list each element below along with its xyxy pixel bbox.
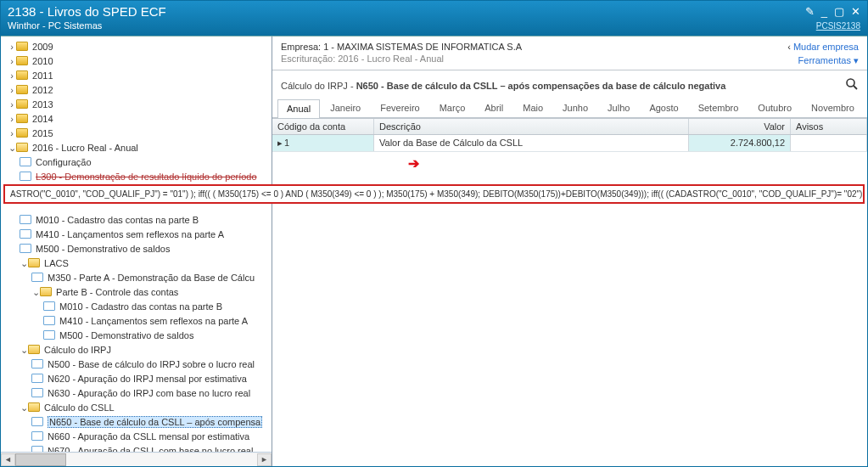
file-icon — [20, 157, 31, 166]
mudar-empresa-link[interactable]: Mudar empresa — [793, 42, 859, 52]
file-icon — [43, 330, 55, 340]
grid-header: Código da conta Descrição Valor Avisos — [272, 119, 867, 135]
pcsis-link[interactable]: PCSIS2138 — [816, 21, 860, 31]
folder-open-icon — [28, 345, 40, 354]
tab-out[interactable]: Outubro — [748, 98, 801, 117]
tree-item-lacs[interactable]: LACS — [44, 258, 69, 268]
scroll-track[interactable] — [15, 453, 257, 466]
tree-item-m500[interactable]: M500 - Demonstrativo de saldos — [36, 244, 170, 254]
file-icon — [20, 229, 31, 239]
col-header-descricao[interactable]: Descrição — [374, 119, 689, 134]
col-header-avisos[interactable]: Avisos — [791, 119, 867, 134]
formula-tooltip: ASTRO("C_0010", "COD_QUALIF_PJ") = "01")… — [3, 184, 865, 204]
page-heading: Cálculo do IRPJ - N650 - Base de cálculo… — [272, 70, 867, 98]
tab-set[interactable]: Setembro — [689, 98, 748, 117]
tree-item-2010[interactable]: 2010 — [32, 56, 53, 66]
window-subtitle: Winthor - PC Sistemas — [8, 20, 102, 31]
tab-jan[interactable]: Janeiro — [321, 98, 370, 117]
tree-item-m010[interactable]: M010 - Cadastro das contas na parte B — [36, 215, 199, 225]
tab-abr[interactable]: Abril — [475, 98, 512, 117]
file-icon — [31, 273, 43, 282]
tree-item-m410[interactable]: M410 - Lançamentos sem reflexos na parte… — [36, 229, 224, 239]
collapse-icon[interactable]: ⌄ — [20, 401, 28, 415]
folder-icon — [16, 128, 28, 138]
heading-title: N650 - Base de cálculo da CSLL – após co… — [356, 81, 726, 91]
collapse-icon[interactable]: ⌄ — [31, 285, 40, 300]
close-window-icon[interactable]: ✕ — [851, 6, 860, 17]
file-icon — [43, 316, 55, 325]
svg-point-0 — [847, 79, 854, 87]
tab-anual[interactable]: Anual — [277, 99, 320, 118]
search-icon[interactable] — [845, 77, 859, 93]
tree-item-m500-2[interactable]: M500 - Demonstrativo de saldos — [59, 330, 193, 340]
tree-item-m010-2[interactable]: M010 - Cadastro das contas na parte B — [59, 301, 222, 312]
tree-item-2011[interactable]: 2011 — [32, 70, 53, 81]
row-marker-icon: ▸ — [277, 138, 284, 149]
tree-item-n630[interactable]: N630 - Apuração do IRPJ com base no lucr… — [48, 388, 250, 398]
col-header-codigo[interactable]: Código da conta — [272, 119, 374, 134]
tab-nov[interactable]: Novembro — [802, 98, 864, 117]
file-icon — [31, 359, 43, 369]
collapse-icon[interactable]: ⌄ — [20, 343, 28, 357]
minimize-window-icon[interactable]: _ — [821, 6, 827, 17]
expand-icon[interactable]: › — [8, 127, 16, 141]
tab-jul[interactable]: Julho — [598, 98, 639, 117]
tab-mar[interactable]: Março — [430, 98, 475, 117]
tree-item-2013[interactable]: 2013 — [32, 99, 53, 110]
tab-jun[interactable]: Junho — [553, 98, 597, 117]
file-icon — [31, 431, 43, 441]
col-header-valor[interactable]: Valor — [689, 119, 791, 134]
tree-item-l300[interactable]: L300 - Demonstração de resultado líquido… — [36, 172, 257, 182]
grid-row[interactable]: ▸1 Valor da Base de Cálculo da CSLL 2.72… — [272, 135, 867, 152]
tree-item-n650[interactable]: N650 - Base de cálculo da CSLL – após co… — [48, 416, 262, 428]
edit-window-icon[interactable]: ✎ — [805, 6, 815, 17]
tree-item-2014[interactable]: 2014 — [32, 114, 53, 124]
scroll-left-icon[interactable]: ◄ — [1, 453, 15, 466]
scroll-right-icon[interactable]: ► — [257, 453, 272, 466]
tree-item-calc-irpj[interactable]: Cálculo do IRPJ — [44, 345, 111, 355]
tree-item-calc-csll[interactable]: Cálculo do CSLL — [44, 402, 115, 413]
expand-icon[interactable]: › — [8, 83, 16, 98]
expand-icon[interactable]: › — [8, 54, 16, 69]
expand-icon[interactable]: › — [8, 112, 16, 127]
cell-valor: 2.724.800,12 — [689, 135, 791, 151]
main-panel: Empresa: 1 - MAXIMA SISTEMAS DE INFORMAT… — [272, 37, 867, 466]
tree-item-2015[interactable]: 2015 — [32, 128, 53, 138]
tab-dez[interactable]: Dezembro — [865, 98, 867, 117]
tab-ago[interactable]: Agosto — [640, 98, 687, 117]
tree-view[interactable]: › 2009 › 2010 › 2011 › 2012 › 2013 › 201… — [1, 37, 272, 452]
tree-item-n620[interactable]: N620 - Apuração do IRPJ mensal por estim… — [48, 374, 247, 384]
maximize-window-icon[interactable]: ▢ — [834, 6, 844, 17]
folder-open-icon — [40, 287, 52, 296]
tree-item-2012[interactable]: 2012 — [32, 85, 53, 95]
tab-mai[interactable]: Maio — [513, 98, 552, 117]
expand-icon[interactable]: › — [8, 69, 16, 83]
tree-item-n660[interactable]: N660 - Apuração da CSLL mensal por estim… — [48, 431, 249, 442]
file-icon — [20, 215, 31, 224]
horizontal-scrollbar[interactable]: ◄ ► — [1, 452, 272, 466]
collapse-icon[interactable]: ⌄ — [8, 141, 16, 155]
tree-item-2009[interactable]: 2009 — [32, 42, 53, 52]
tree-item-2016[interactable]: 2016 - Lucro Real - Anual — [32, 143, 138, 153]
tab-fev[interactable]: Fevereiro — [371, 98, 428, 117]
scroll-thumb[interactable] — [15, 453, 66, 466]
escrituracao-label: Escrituração: 2016 - Lucro Real - Anual — [281, 53, 522, 64]
expand-icon[interactable]: › — [8, 98, 16, 112]
month-tabs: Anual Janeiro Fevereiro Março Abril Maio… — [272, 98, 867, 118]
expand-icon[interactable]: › — [8, 40, 16, 54]
window-title: 2138 - Livros do SPED ECF — [8, 4, 166, 19]
ferramentas-dropdown[interactable]: Ferramentas ▾ — [798, 55, 859, 65]
tree-item-n670[interactable]: N670 - Apuração da CSLL com base no lucr… — [48, 446, 253, 452]
file-icon — [31, 417, 43, 426]
tree-item-config[interactable]: Configuração — [36, 157, 91, 167]
collapse-icon[interactable]: ⌄ — [20, 256, 28, 271]
cell-codigo: 1 — [284, 138, 289, 148]
data-grid: Código da conta Descrição Valor Avisos ▸… — [272, 118, 867, 152]
sidebar: › 2009 › 2010 › 2011 › 2012 › 2013 › 201… — [1, 37, 272, 466]
folder-icon — [16, 99, 28, 109]
tree-item-parte-b[interactable]: Parte B - Controle das contas — [56, 287, 178, 297]
tree-item-m410-2[interactable]: M410 - Lançamentos sem reflexos na parte… — [59, 316, 248, 326]
tree-item-n500[interactable]: N500 - Base de cálculo do IRPJ sobre o l… — [48, 359, 255, 369]
tree-item-m350[interactable]: M350 - Parte A - Demonstração da Base de… — [48, 273, 255, 283]
folder-icon — [16, 85, 28, 94]
